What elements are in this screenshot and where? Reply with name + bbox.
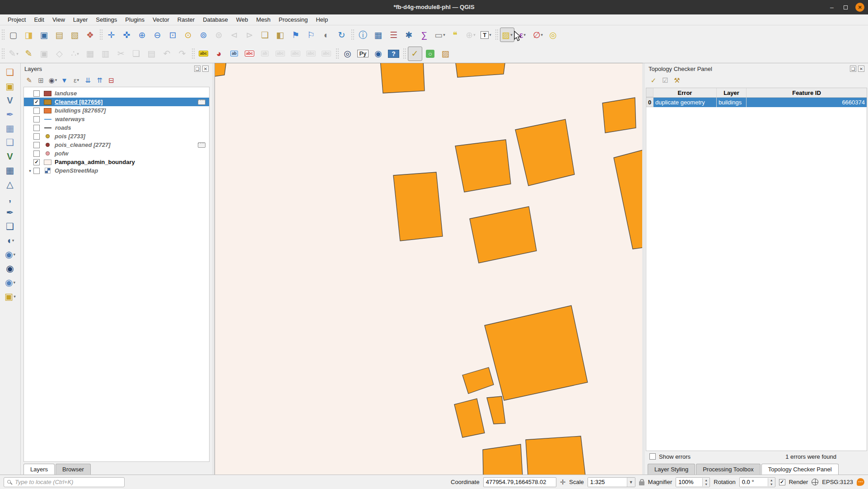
add-polygon-feature-button[interactable]: ◇ (52, 47, 67, 61)
expand-all-button[interactable]: ⇊ (83, 75, 93, 85)
zoom-to-layer-button[interactable]: ⊚ (196, 28, 211, 42)
layer-item[interactable]: ▾ OpenStreetMap (24, 166, 209, 175)
layer-item[interactable]: Cleaned [827656] (24, 98, 209, 106)
filter-legend-by-expression-button[interactable]: ε▾ (71, 75, 82, 85)
add-vector-layer-button[interactable]: V (3, 149, 18, 163)
close-panel-icon[interactable]: ✕ (202, 66, 209, 72)
rotate-label-button[interactable]: abc (304, 47, 318, 61)
layer-column-header[interactable]: Layer (717, 88, 747, 97)
map-tips-button[interactable]: ❝ (448, 28, 462, 42)
locate-input[interactable] (4, 477, 125, 487)
search-button[interactable]: ⊕▾ (463, 28, 478, 42)
layer-visibility-checkbox[interactable] (33, 133, 40, 140)
layer-visibility-checkbox[interactable] (33, 125, 40, 131)
minimize-button[interactable]: – (827, 3, 836, 12)
geosearch-plugin-button[interactable]: ○ (423, 47, 438, 61)
new-geopackage-layer-button[interactable]: ▣ (3, 79, 18, 93)
add-group-button[interactable]: ⊞ (36, 75, 47, 85)
collapse-all-button[interactable]: ⇈ (94, 75, 105, 85)
pan-to-selection-button[interactable]: ✜ (120, 28, 134, 42)
statistics-button[interactable]: ∑ (417, 28, 432, 42)
memory-layer-indicator-icon[interactable] (198, 99, 205, 105)
new-3d-map-view-button[interactable]: ◧ (273, 28, 288, 42)
show-errors-checkbox[interactable] (649, 453, 656, 460)
crs-globe-icon[interactable] (812, 479, 818, 485)
lock-scale-icon[interactable] (639, 481, 644, 485)
copy-features-button[interactable]: ❏ (129, 47, 144, 61)
web-browser-button[interactable]: ◉ (371, 47, 386, 61)
layer-item[interactable]: pois [2733] (24, 132, 209, 141)
layer-item[interactable]: pofw (24, 149, 209, 158)
field-calculator-button[interactable]: ☰ (387, 28, 401, 42)
toolbar-handle[interactable] (336, 48, 339, 60)
open-layer-styling-dock-button[interactable]: ✎ (24, 75, 35, 85)
refresh-button[interactable]: ↻ (335, 28, 349, 42)
layer-item[interactable]: roads (24, 123, 209, 132)
menu-item[interactable]: Vector (149, 14, 173, 25)
add-virtual-layer-button[interactable]: ❑ (3, 219, 18, 233)
menu-item[interactable]: Processing (275, 14, 312, 25)
redo-button[interactable]: ↷ (175, 47, 190, 61)
menu-item[interactable]: Layer (69, 14, 92, 25)
crs-status[interactable]: EPSG:3123 (822, 479, 853, 485)
toggle-editing-button[interactable]: ✎ (22, 47, 36, 61)
zoom-native-button[interactable]: ⊜ (212, 28, 226, 42)
undo-button[interactable]: ↶ (160, 47, 174, 61)
save-project-button[interactable]: ▣ (37, 28, 51, 42)
text-annotation-button[interactable]: T▾ (479, 28, 493, 42)
modify-attributes-button[interactable]: ▦ (83, 47, 98, 61)
dock-tab[interactable]: Processing Toolbox (696, 464, 761, 475)
select-by-expression-button[interactable]: ε▾ (515, 28, 530, 42)
menu-item[interactable]: Project (4, 14, 30, 25)
toolbar-handle[interactable] (99, 29, 103, 41)
table-row[interactable]: 0 duplicate geometry buildings 6660374 (646, 98, 867, 107)
layer-visibility-checkbox[interactable] (33, 168, 40, 174)
rotation-input[interactable] (740, 478, 768, 487)
pan-map-button[interactable]: ✛ (104, 28, 119, 42)
layer-diagram-button[interactable]: ◕ (212, 47, 226, 61)
toolbar-handle[interactable] (495, 29, 498, 41)
save-layer-edits-button[interactable]: ▣ (37, 47, 51, 61)
select-by-location-button[interactable]: ◎ (546, 28, 560, 42)
osm-tools-button[interactable]: ▨ (439, 47, 453, 61)
spin-down-icon[interactable]: ▼ (703, 482, 709, 486)
error-column-header[interactable]: Error (653, 88, 717, 97)
float-panel-icon[interactable]: ❏ (194, 66, 201, 72)
deselect-all-button[interactable]: ∅▾ (531, 28, 545, 42)
spin-arrows[interactable]: ▲▼ (768, 478, 775, 486)
new-virtual-layer-button[interactable]: ❑ (3, 135, 18, 149)
layer-visibility-checkbox[interactable] (33, 108, 40, 114)
configure-button[interactable]: ⚒ (672, 75, 682, 85)
toolbar-handle[interactable] (191, 48, 195, 60)
zoom-next-button[interactable]: ⊳ (243, 28, 257, 42)
add-web-layer-button[interactable]: ▣▾ (3, 289, 18, 303)
dock-tab[interactable]: Topology Checker Panel (761, 464, 839, 475)
extents-toggle-icon[interactable]: ✛ (560, 478, 566, 486)
menu-item[interactable]: Settings (92, 14, 121, 25)
zoom-last-button[interactable]: ⊲ (227, 28, 242, 42)
layer-cell[interactable]: buildings (717, 98, 747, 107)
toolbar-handle[interactable] (1, 48, 5, 60)
messages-icon[interactable] (857, 478, 864, 486)
add-spatialite-layer-button[interactable]: ✒ (3, 205, 18, 219)
add-postgis-layer-button[interactable]: ◖▾ (3, 233, 18, 247)
layer-item[interactable]: waterways (24, 115, 209, 123)
style-manager-button[interactable]: ❖ (83, 28, 98, 42)
layer-item[interactable]: pois_cleaned [2727] (24, 141, 209, 149)
change-label-button[interactable]: abc (319, 47, 334, 61)
layer-visibility-checkbox[interactable] (33, 142, 40, 148)
new-print-layout-button[interactable]: ▤ (52, 28, 67, 42)
add-delimited-text-layer-button[interactable]: , (3, 191, 18, 205)
menu-item[interactable]: Database (199, 14, 232, 25)
add-wms-layer-button[interactable]: ◉▾ (3, 247, 18, 261)
layer-visibility-checkbox[interactable] (33, 150, 40, 157)
toolbar-handle[interactable] (1, 29, 5, 41)
show-layout-manager-button[interactable]: ▧ (68, 28, 82, 42)
menu-item[interactable]: Mesh (252, 14, 275, 25)
new-shapefile-layer-button[interactable]: V (3, 93, 18, 107)
toolbar-handle[interactable] (351, 29, 354, 41)
zoom-in-button[interactable]: ⊕ (135, 28, 149, 42)
move-label-button[interactable]: abc (289, 47, 303, 61)
current-edits-button[interactable]: ✎▾ (6, 47, 21, 61)
spin-down-icon[interactable]: ▼ (768, 482, 775, 486)
